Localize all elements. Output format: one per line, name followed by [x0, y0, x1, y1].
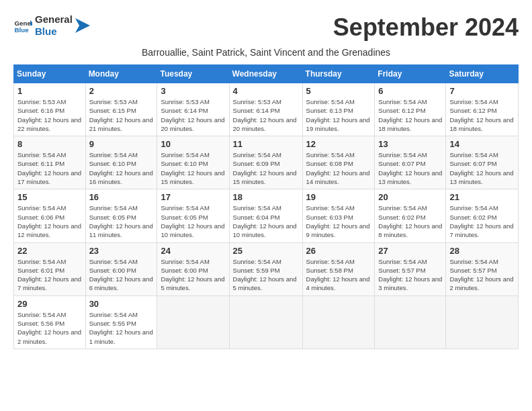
day-number: 21	[449, 192, 515, 202]
header-row: SundayMondayTuesdayWednesdayThursdayFrid…	[14, 65, 519, 83]
day-info: Sunrise: 5:53 AM Sunset: 6:14 PM Dayligh…	[233, 97, 299, 133]
day-number: 11	[233, 139, 299, 149]
svg-text:Blue: Blue	[14, 26, 29, 34]
month-title: September 2024	[333, 13, 519, 42]
day-cell: 27 Sunrise: 5:54 AM Sunset: 5:57 PM Dayl…	[375, 242, 446, 295]
day-number: 19	[306, 192, 371, 202]
day-cell: 12 Sunrise: 5:54 AM Sunset: 6:08 PM Dayl…	[302, 136, 375, 189]
day-number: 25	[233, 246, 299, 256]
day-number: 17	[161, 192, 225, 202]
day-info: Sunrise: 5:54 AM Sunset: 5:57 PM Dayligh…	[378, 257, 442, 293]
day-cell: 22 Sunrise: 5:54 AM Sunset: 6:01 PM Dayl…	[14, 242, 86, 295]
day-cell: 3 Sunrise: 5:53 AM Sunset: 6:14 PM Dayli…	[157, 83, 229, 136]
day-info: Sunrise: 5:54 AM Sunset: 6:02 PM Dayligh…	[449, 203, 515, 239]
header-friday: Friday	[375, 65, 446, 83]
day-cell: 14 Sunrise: 5:54 AM Sunset: 6:07 PM Dayl…	[446, 136, 519, 189]
day-cell: 26 Sunrise: 5:54 AM Sunset: 5:58 PM Dayl…	[302, 242, 375, 295]
header-saturday: Saturday	[446, 65, 519, 83]
day-number: 9	[89, 139, 154, 149]
day-info: Sunrise: 5:54 AM Sunset: 6:12 PM Dayligh…	[378, 97, 442, 133]
day-info: Sunrise: 5:54 AM Sunset: 6:07 PM Dayligh…	[378, 150, 442, 186]
day-cell: 29 Sunrise: 5:54 AM Sunset: 5:56 PM Dayl…	[14, 295, 86, 349]
day-info: Sunrise: 5:54 AM Sunset: 5:57 PM Dayligh…	[449, 257, 515, 293]
day-number: 4	[233, 86, 299, 96]
day-number: 3	[161, 86, 225, 96]
subtitle: Barrouallie, Saint Patrick, Saint Vincen…	[13, 47, 519, 58]
day-cell: 25 Sunrise: 5:54 AM Sunset: 5:59 PM Dayl…	[229, 242, 302, 295]
day-number: 24	[161, 246, 225, 256]
day-number: 14	[449, 139, 515, 149]
day-number: 22	[17, 246, 82, 256]
day-info: Sunrise: 5:54 AM Sunset: 6:01 PM Dayligh…	[17, 257, 82, 293]
day-cell: 24 Sunrise: 5:54 AM Sunset: 6:00 PM Dayl…	[157, 242, 229, 295]
day-number: 29	[17, 299, 82, 309]
day-cell: 13 Sunrise: 5:54 AM Sunset: 6:07 PM Dayl…	[375, 136, 446, 189]
day-number: 6	[378, 86, 442, 96]
day-info: Sunrise: 5:54 AM Sunset: 6:09 PM Dayligh…	[233, 150, 299, 186]
day-cell	[229, 295, 302, 349]
day-number: 16	[89, 192, 154, 202]
svg-marker-3	[75, 18, 90, 33]
day-cell: 21 Sunrise: 5:54 AM Sunset: 6:02 PM Dayl…	[446, 189, 519, 242]
day-cell: 17 Sunrise: 5:54 AM Sunset: 6:05 PM Dayl…	[157, 189, 229, 242]
day-info: Sunrise: 5:53 AM Sunset: 6:15 PM Dayligh…	[89, 97, 154, 133]
day-info: Sunrise: 5:54 AM Sunset: 6:10 PM Dayligh…	[89, 150, 154, 186]
day-info: Sunrise: 5:54 AM Sunset: 6:06 PM Dayligh…	[17, 203, 82, 239]
day-number: 2	[89, 86, 154, 96]
logo: General Blue General Blue	[13, 13, 90, 38]
day-cell: 10 Sunrise: 5:54 AM Sunset: 6:10 PM Dayl…	[157, 136, 229, 189]
day-number: 23	[89, 246, 154, 256]
week-row-3: 15 Sunrise: 5:54 AM Sunset: 6:06 PM Dayl…	[14, 189, 519, 242]
day-cell: 30 Sunrise: 5:54 AM Sunset: 5:55 PM Dayl…	[85, 295, 157, 349]
header-tuesday: Tuesday	[157, 65, 229, 83]
header: General Blue General Blue September 2024	[13, 13, 519, 42]
day-info: Sunrise: 5:54 AM Sunset: 6:08 PM Dayligh…	[306, 150, 371, 186]
week-row-2: 8 Sunrise: 5:54 AM Sunset: 6:11 PM Dayli…	[14, 136, 519, 189]
day-cell	[302, 295, 375, 349]
day-cell: 23 Sunrise: 5:54 AM Sunset: 6:00 PM Dayl…	[85, 242, 157, 295]
day-info: Sunrise: 5:53 AM Sunset: 6:14 PM Dayligh…	[161, 97, 225, 133]
day-info: Sunrise: 5:54 AM Sunset: 6:13 PM Dayligh…	[306, 97, 371, 133]
day-cell: 16 Sunrise: 5:54 AM Sunset: 6:05 PM Dayl…	[85, 189, 157, 242]
day-number: 7	[449, 86, 515, 96]
day-info: Sunrise: 5:54 AM Sunset: 6:03 PM Dayligh…	[306, 203, 371, 239]
day-number: 26	[306, 246, 371, 256]
day-info: Sunrise: 5:54 AM Sunset: 5:55 PM Dayligh…	[89, 310, 154, 346]
day-cell: 1 Sunrise: 5:53 AM Sunset: 6:16 PM Dayli…	[14, 83, 86, 136]
day-number: 28	[449, 246, 515, 256]
day-info: Sunrise: 5:54 AM Sunset: 6:00 PM Dayligh…	[89, 257, 154, 293]
day-number: 10	[161, 139, 225, 149]
day-cell: 5 Sunrise: 5:54 AM Sunset: 6:13 PM Dayli…	[302, 83, 375, 136]
day-number: 8	[17, 139, 82, 149]
day-info: Sunrise: 5:54 AM Sunset: 5:59 PM Dayligh…	[233, 257, 299, 293]
day-info: Sunrise: 5:54 AM Sunset: 6:12 PM Dayligh…	[449, 97, 515, 133]
day-info: Sunrise: 5:54 AM Sunset: 6:05 PM Dayligh…	[161, 203, 225, 239]
week-row-4: 22 Sunrise: 5:54 AM Sunset: 6:01 PM Dayl…	[14, 242, 519, 295]
day-cell: 8 Sunrise: 5:54 AM Sunset: 6:11 PM Dayli…	[14, 136, 86, 189]
day-cell	[157, 295, 229, 349]
day-cell	[375, 295, 446, 349]
day-cell	[446, 295, 519, 349]
day-number: 1	[17, 86, 82, 96]
day-cell: 4 Sunrise: 5:53 AM Sunset: 6:14 PM Dayli…	[229, 83, 302, 136]
logo-line1: General	[35, 13, 73, 26]
header-wednesday: Wednesday	[229, 65, 302, 83]
header-thursday: Thursday	[302, 65, 375, 83]
day-info: Sunrise: 5:53 AM Sunset: 6:16 PM Dayligh…	[17, 97, 82, 133]
day-number: 18	[233, 192, 299, 202]
day-info: Sunrise: 5:54 AM Sunset: 5:58 PM Dayligh…	[306, 257, 371, 293]
day-cell: 18 Sunrise: 5:54 AM Sunset: 6:04 PM Dayl…	[229, 189, 302, 242]
logo-arrow-icon	[75, 18, 90, 33]
day-number: 12	[306, 139, 371, 149]
day-info: Sunrise: 5:54 AM Sunset: 6:04 PM Dayligh…	[233, 203, 299, 239]
day-number: 27	[378, 246, 442, 256]
day-info: Sunrise: 5:54 AM Sunset: 6:10 PM Dayligh…	[161, 150, 225, 186]
day-cell: 2 Sunrise: 5:53 AM Sunset: 6:15 PM Dayli…	[85, 83, 157, 136]
day-cell: 20 Sunrise: 5:54 AM Sunset: 6:02 PM Dayl…	[375, 189, 446, 242]
calendar-table: SundayMondayTuesdayWednesdayThursdayFrid…	[13, 64, 519, 349]
header-sunday: Sunday	[14, 65, 86, 83]
day-number: 20	[378, 192, 442, 202]
day-cell: 6 Sunrise: 5:54 AM Sunset: 6:12 PM Dayli…	[375, 83, 446, 136]
day-info: Sunrise: 5:54 AM Sunset: 6:05 PM Dayligh…	[89, 203, 154, 239]
day-cell: 15 Sunrise: 5:54 AM Sunset: 6:06 PM Dayl…	[14, 189, 86, 242]
